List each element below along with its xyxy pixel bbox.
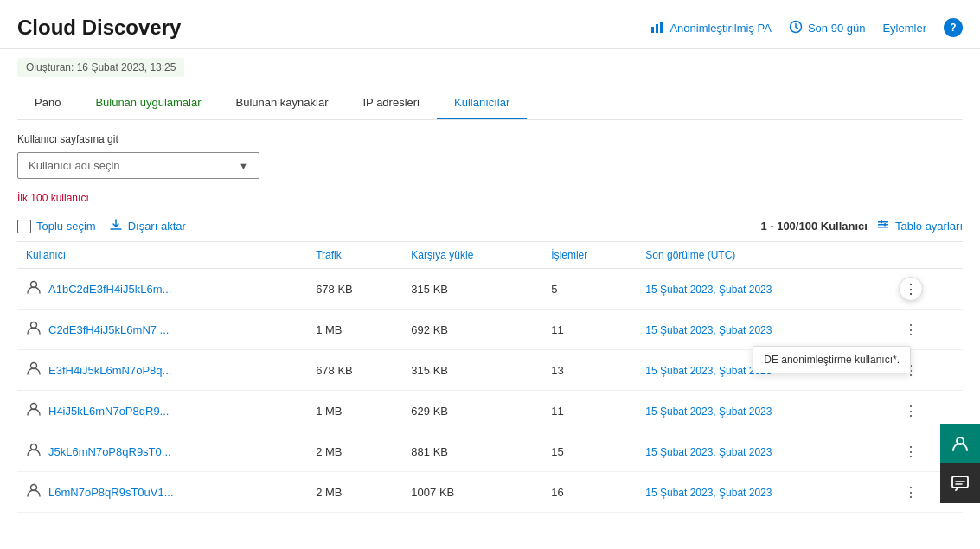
traffic-cell: 2 MB <box>307 431 402 472</box>
table-settings-label: Tablo ayarları <box>895 220 963 233</box>
pagination-text: 1 - 100/100 Kullanıcı <box>760 220 868 233</box>
svg-rect-6 <box>878 227 888 228</box>
user-cell: A1bC2dE3fH4iJ5kL6m... <box>26 279 298 298</box>
tabs-container: Pano Bulunan uygulamalar Bulunan kaynakl… <box>17 87 963 120</box>
traffic-cell: 1 MB <box>307 391 402 431</box>
upload-cell: 692 KB <box>402 310 542 350</box>
transactions-cell: 13 <box>542 350 637 391</box>
tab-kullanicilar[interactable]: Kullanıcılar <box>437 87 527 119</box>
created-info: Oluşturan: 16 Şubat 2023, 13:25 <box>17 58 184 77</box>
select-all-button[interactable]: Toplu seçim <box>17 220 96 233</box>
last-seen-date: 15 Şubat 2023, Şubat 2023 <box>645 324 772 336</box>
user-name-link[interactable]: J5kL6mN7oP8qR9sT0... <box>48 445 171 458</box>
user-dropdown[interactable]: Kullanıcı adı seçin ▼ <box>17 152 259 179</box>
right-sidebar <box>940 424 980 503</box>
anonymized-label: Anonimleştirilmiş PA <box>669 22 772 35</box>
row-more-button[interactable]: ⋮ <box>899 399 923 423</box>
first-100-label: İlk 100 kullanıcı <box>17 192 963 204</box>
svg-rect-8 <box>884 223 886 227</box>
tab-bulunan-uygulamalar[interactable]: Bulunan uygulamalar <box>78 87 218 119</box>
actions-label: Eylemler <box>882 22 926 35</box>
user-icon <box>26 482 42 501</box>
user-dropdown-container: Kullanıcı adı seçin ▼ <box>17 152 963 179</box>
svg-rect-0 <box>651 27 654 33</box>
tab-pano[interactable]: Pano <box>17 87 78 119</box>
user-name-link[interactable]: C2dE3fH4iJ5kL6mN7 ... <box>48 323 169 336</box>
user-icon <box>26 401 42 420</box>
table-row: C2dE3fH4iJ5kL6mN7 ... 1 MB692 KB1115 Şub… <box>17 310 963 350</box>
last-seen-cell: 15 Şubat 2023, Şubat 2023 <box>637 472 889 513</box>
help-button[interactable]: ? <box>944 18 963 37</box>
user-name-link[interactable]: E3fH4iJ5kL6mN7oP8q... <box>48 364 171 377</box>
traffic-cell: 1 MB <box>307 310 402 350</box>
subheader: Oluşturan: 16 Şubat 2023, 13:25 Pano Bul… <box>0 49 980 120</box>
main-content: Kullanıcı sayfasına git Kullanıcı adı se… <box>0 120 980 526</box>
chat-sidebar-button[interactable] <box>940 463 980 503</box>
row-more-button[interactable]: ⋮ <box>899 277 923 301</box>
table-row: J5kL6mN7oP8qR9sT0... 2 MB881 KB1515 Şuba… <box>17 431 963 472</box>
clock-icon <box>789 20 803 36</box>
tab-bulunan-kaynaklar[interactable]: Bulunan kaynaklar <box>219 87 346 119</box>
user-name-link[interactable]: H4iJ5kL6mN7oP8qR9... <box>48 405 169 418</box>
time-range-button[interactable]: Son 90 gün <box>789 20 866 36</box>
last-seen-date: 15 Şubat 2023, Şubat 2023 <box>645 284 772 296</box>
chevron-down-icon: ▼ <box>239 161 248 171</box>
table-settings-icon <box>876 218 890 234</box>
traffic-cell: 678 KB <box>307 269 402 310</box>
user-sidebar-button[interactable] <box>940 424 980 463</box>
svg-rect-1 <box>656 24 658 33</box>
last-seen-cell: 15 Şubat 2023, Şubat 2023 <box>637 431 889 472</box>
table-row: L6mN7oP8qR9sT0uV1... 2 MB1007 KB1615 Şub… <box>17 472 963 513</box>
anonymized-pa-button[interactable]: Anonimleştirilmiş PA <box>650 20 772 36</box>
user-cell: E3fH4iJ5kL6mN7oP8q... <box>26 361 298 380</box>
checkbox-icon[interactable] <box>17 220 31 233</box>
upload-cell: 881 KB <box>402 431 542 472</box>
user-cell: L6mN7oP8qR9sT0uV1... <box>26 482 298 501</box>
table-row: A1bC2dE3fH4iJ5kL6m... 678 KB315 KB515 Şu… <box>17 269 963 310</box>
user-cell: H4iJ5kL6mN7oP8qR9... <box>26 401 298 420</box>
download-icon <box>109 218 123 234</box>
user-icon <box>26 279 42 298</box>
row-actions-cell: ⋮ <box>890 269 963 310</box>
user-select[interactable]: Kullanıcı adı seçin <box>29 159 239 172</box>
upload-cell: 315 KB <box>402 269 542 310</box>
traffic-cell: 2 MB <box>307 472 402 513</box>
users-table: Kullanıcı Trafik Karşıya yükle İşlemler … <box>17 242 963 513</box>
user-name-link[interactable]: A1bC2dE3fH4iJ5kL6m... <box>48 283 171 296</box>
page-title: Cloud Discovery <box>17 16 181 40</box>
toolbar-right: 1 - 100/100 Kullanıcı Tablo ayarları <box>760 218 963 234</box>
col-user: Kullanıcı <box>17 242 307 269</box>
transactions-cell: 5 <box>542 269 637 310</box>
table-settings-button[interactable]: Tablo ayarları <box>876 218 963 234</box>
export-button[interactable]: Dışarı aktar <box>109 218 186 234</box>
transactions-cell: 16 <box>542 472 637 513</box>
actions-button[interactable]: Eylemler <box>882 22 926 35</box>
upload-cell: 1007 KB <box>402 472 542 513</box>
row-actions-cell: ⋮ <box>890 310 963 350</box>
time-range-label: Son 90 gün <box>808 22 866 35</box>
user-icon <box>26 442 42 461</box>
svg-rect-4 <box>878 221 888 223</box>
header-actions: Anonimleştirilmiş PA Son 90 gün Eylemler… <box>650 18 963 37</box>
user-cell: J5kL6mN7oP8qR9sT0... <box>26 442 298 461</box>
table-toolbar: Toplu seçim Dışarı aktar 1 - 100/100 Kul… <box>17 211 963 242</box>
upload-cell: 315 KB <box>402 350 542 391</box>
table-header-row: Kullanıcı Trafik Karşıya yükle İşlemler … <box>17 242 963 269</box>
user-cell: C2dE3fH4iJ5kL6mN7 ... <box>26 320 298 339</box>
tab-ip-adresleri[interactable]: IP adresleri <box>345 87 437 119</box>
user-name-link[interactable]: L6mN7oP8qR9sT0uV1... <box>48 486 174 499</box>
row-more-button[interactable]: ⋮ <box>899 439 923 463</box>
col-last-seen: Son görülme (UTC) <box>637 242 889 269</box>
last-seen-date: 15 Şubat 2023, Şubat 2023 <box>645 446 772 458</box>
col-actions-header <box>890 242 963 269</box>
svg-rect-7 <box>881 220 882 224</box>
col-traffic: Trafik <box>307 242 402 269</box>
col-transactions: İşlemler <box>542 242 637 269</box>
col-upload: Karşıya yükle <box>402 242 542 269</box>
tooltip-popup: DE anonimleştirme kullanıcı*. <box>753 346 911 373</box>
row-more-button[interactable]: ⋮ <box>899 317 923 342</box>
row-more-button[interactable]: ⋮ <box>899 480 923 504</box>
transactions-cell: 11 <box>542 310 637 350</box>
svg-rect-5 <box>878 224 888 226</box>
upload-cell: 629 KB <box>402 391 542 431</box>
